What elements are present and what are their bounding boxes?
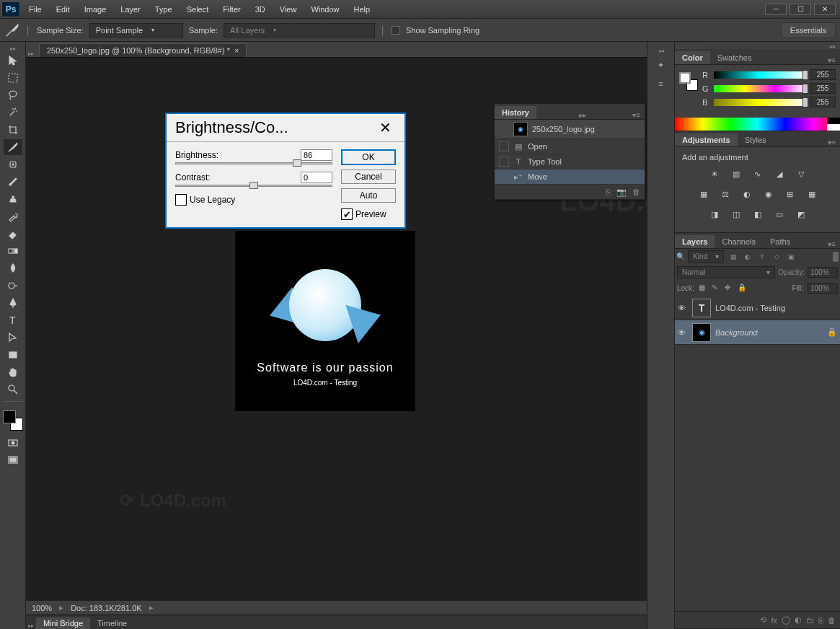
brightness-input[interactable]: [301, 149, 332, 161]
adjustments-tab[interactable]: Adjustments: [675, 133, 738, 146]
exposure-icon[interactable]: ◢: [773, 167, 786, 180]
foreground-color-swatch[interactable]: [3, 410, 16, 423]
layer-row-background[interactable]: 👁 ◉ Background 🔒: [675, 320, 840, 345]
preview-checkbox[interactable]: ✔: [341, 208, 353, 220]
color-fg-bg-swatches[interactable]: [679, 72, 698, 91]
layer-group-icon[interactable]: 🗀: [806, 616, 814, 625]
paths-tab[interactable]: Paths: [763, 235, 797, 248]
status-arrow-icon[interactable]: ▸: [59, 603, 63, 612]
menu-window[interactable]: Window: [304, 1, 346, 17]
path-selection-tool[interactable]: [4, 330, 22, 346]
levels-icon[interactable]: ▥: [730, 167, 743, 180]
layer-row-text[interactable]: 👁 T LO4D.com - Testing: [675, 296, 840, 320]
pen-tool[interactable]: [4, 295, 22, 311]
color-balance-icon[interactable]: ⚖: [719, 188, 732, 201]
b-value[interactable]: 255: [810, 97, 836, 107]
link-layers-icon[interactable]: ⟲: [760, 615, 766, 625]
lock-transparency-icon[interactable]: ▦: [699, 283, 709, 294]
b-slider[interactable]: [714, 99, 805, 106]
channel-mixer-icon[interactable]: ⊞: [784, 188, 797, 201]
history-delete-icon[interactable]: 🗑: [632, 188, 640, 196]
ok-button[interactable]: OK: [341, 149, 396, 165]
zoom-level[interactable]: 100%: [32, 604, 52, 612]
filter-adjustment-icon[interactable]: ◐: [741, 251, 754, 263]
quick-mask-tool[interactable]: [4, 435, 22, 451]
dock-expand-grip[interactable]: ◂◂: [658, 48, 664, 55]
mini-bridge-tab[interactable]: Mini Bridge: [36, 617, 90, 629]
toolbox-expand-grip[interactable]: ▸▸: [0, 45, 25, 52]
filter-toggle[interactable]: [833, 252, 839, 262]
history-step-open[interactable]: ▤ Open: [495, 139, 645, 154]
channels-tab[interactable]: Channels: [715, 235, 762, 248]
dodge-tool[interactable]: [4, 278, 22, 294]
healing-brush-tool[interactable]: [4, 157, 22, 172]
layer-filter-kind[interactable]: Kind▾: [688, 250, 724, 263]
menu-type[interactable]: Type: [148, 1, 180, 17]
contrast-input[interactable]: [301, 172, 332, 183]
swatches-tab[interactable]: Swatches: [710, 51, 759, 64]
canvas-area[interactable]: Software is our passion LO4D.com - Testi…: [26, 58, 647, 600]
brightness-slider[interactable]: [175, 162, 332, 164]
layer-visibility-icon[interactable]: 👁: [678, 328, 688, 337]
menu-filter[interactable]: Filter: [216, 1, 247, 17]
layer-mask-icon[interactable]: ◯: [782, 615, 790, 625]
menu-select[interactable]: Select: [180, 1, 216, 17]
bottom-tabs-expand[interactable]: ▸▸: [26, 623, 36, 629]
window-maximize-button[interactable]: ☐: [790, 4, 811, 15]
use-legacy-checkbox[interactable]: [175, 194, 187, 206]
styles-tab[interactable]: Styles: [738, 133, 774, 146]
history-step-type[interactable]: T Type Tool: [495, 154, 645, 170]
document-canvas[interactable]: Software is our passion LO4D.com - Testi…: [235, 231, 415, 411]
gradient-map-icon[interactable]: ▭: [773, 208, 786, 221]
dock-icon-1[interactable]: ✦: [651, 56, 671, 74]
move-tool[interactable]: [4, 53, 22, 69]
eyedropper-tool[interactable]: [4, 139, 22, 155]
menu-layer[interactable]: Layer: [113, 1, 148, 17]
doc-info[interactable]: Doc: 183.1K/281.0K: [71, 604, 141, 612]
filter-type-icon[interactable]: T: [756, 251, 769, 263]
hand-tool[interactable]: [4, 364, 22, 380]
app-logo[interactable]: Ps: [1, 1, 20, 17]
filter-smart-icon[interactable]: ▣: [784, 251, 797, 263]
history-panel-menu-icon[interactable]: ▾≡: [628, 111, 645, 119]
history-step-move[interactable]: ▸⁺ Move: [495, 170, 645, 185]
crop-tool[interactable]: [4, 122, 22, 138]
panels-expand-grip[interactable]: ▸▸: [675, 42, 840, 49]
filter-shape-icon[interactable]: ◇: [770, 251, 783, 263]
g-slider[interactable]: [714, 85, 805, 92]
opacity-input[interactable]: 100%: [808, 267, 838, 278]
menu-help[interactable]: Help: [347, 1, 378, 17]
show-sampling-ring-checkbox[interactable]: [392, 26, 400, 35]
sample-dropdown[interactable]: All Layers: [224, 23, 375, 38]
layers-panel-menu-icon[interactable]: ▾≡: [823, 240, 840, 248]
menu-image[interactable]: Image: [77, 1, 114, 17]
history-snapshot-icon[interactable]: 📷: [616, 188, 627, 197]
lock-position-icon[interactable]: ✥: [725, 283, 735, 294]
magic-wand-tool[interactable]: [4, 105, 22, 120]
lock-all-icon[interactable]: 🔒: [738, 283, 748, 294]
brightness-contrast-icon[interactable]: ☀: [708, 167, 721, 180]
workspace-switcher-button[interactable]: Essentials: [781, 22, 836, 38]
posterize-icon[interactable]: ◫: [730, 208, 743, 221]
curves-icon[interactable]: ∿: [751, 167, 764, 180]
brush-tool[interactable]: [4, 174, 22, 190]
fill-input[interactable]: 100%: [808, 283, 838, 294]
black-white-icon[interactable]: ◐: [740, 188, 753, 201]
layer-name[interactable]: LO4D.com - Testing: [715, 304, 837, 312]
color-spectrum[interactable]: [675, 118, 840, 131]
photo-filter-icon[interactable]: ◉: [762, 188, 775, 201]
hue-sat-icon[interactable]: ▦: [697, 188, 710, 201]
blur-tool[interactable]: [4, 260, 22, 276]
dialog-close-button[interactable]: ✕: [375, 119, 396, 136]
adjustment-layer-icon[interactable]: ◐: [795, 615, 802, 625]
history-collapse-icon[interactable]: ▸▸: [575, 111, 591, 119]
delete-layer-icon[interactable]: 🗑: [828, 616, 836, 625]
doc-tabs-expand[interactable]: ▸▸: [26, 50, 36, 57]
history-snapshot[interactable]: ◉ 250x250_logo.jpg: [495, 120, 645, 139]
color-lookup-icon[interactable]: ▦: [805, 188, 818, 201]
lock-pixels-icon[interactable]: ✎: [712, 283, 722, 294]
document-tab[interactable]: 250x250_logo.jpg @ 100% (Background, RGB…: [39, 43, 247, 57]
contrast-slider[interactable]: [175, 185, 332, 187]
menu-edit[interactable]: Edit: [49, 1, 77, 17]
gradient-tool[interactable]: [4, 243, 22, 259]
